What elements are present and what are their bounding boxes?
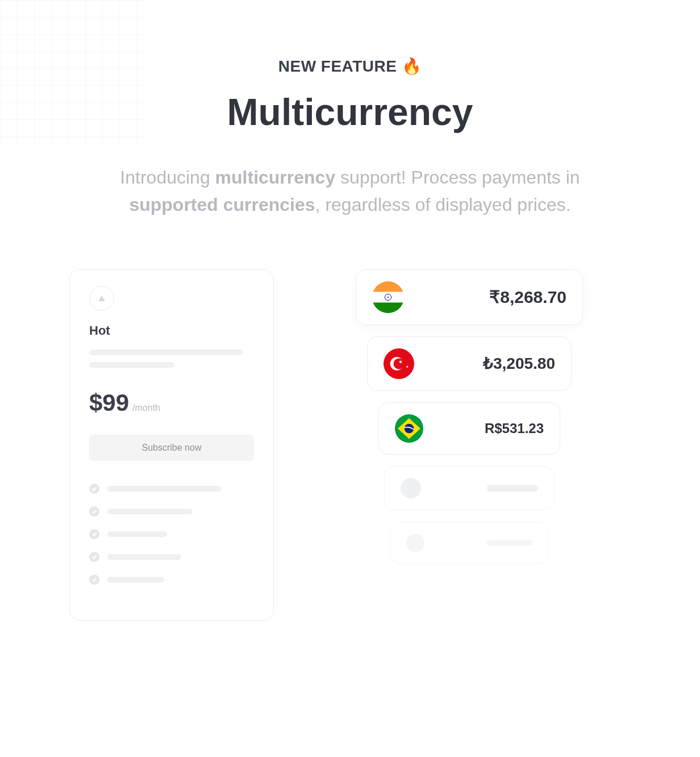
subtitle-bold: supported currencies [129, 194, 315, 215]
plan-description-skeleton [89, 362, 174, 368]
fire-icon: 🔥 [402, 57, 422, 75]
flag-placeholder-icon [401, 478, 421, 498]
feature-skeleton [107, 554, 181, 560]
content-row: Hot $99 /month Subscribe now [0, 218, 700, 621]
eyebrow-text: NEW FEATURE [278, 57, 397, 75]
hero-header: NEW FEATURE 🔥 Multicurrency Introducing … [0, 0, 700, 218]
triangle-icon [96, 293, 107, 304]
subtitle-part: support! Process payments in [335, 167, 580, 188]
feature-item [89, 552, 254, 562]
currency-list: ₹8,268.70 ₺3,205.80 [308, 269, 631, 564]
feature-skeleton [107, 531, 167, 537]
check-icon [89, 575, 99, 585]
check-icon [89, 484, 99, 494]
flag-india-icon [372, 281, 404, 313]
currency-card-turkey: ₺3,205.80 [367, 336, 572, 391]
plan-icon [89, 286, 114, 311]
currency-amount-skeleton [487, 540, 532, 546]
price-period: /month [132, 403, 160, 413]
subtitle-bold: multicurrency [215, 167, 336, 188]
currency-card-placeholder [390, 522, 549, 564]
feature-item [89, 484, 254, 494]
feature-item [89, 506, 254, 517]
currency-amount-skeleton [487, 485, 538, 492]
svg-rect-2 [372, 302, 404, 313]
plan-card: Hot $99 /month Subscribe now [69, 269, 274, 621]
svg-rect-0 [372, 281, 404, 292]
price-row: $99 /month [89, 389, 254, 417]
plan-name: Hot [89, 323, 254, 338]
flag-placeholder-icon [406, 534, 424, 552]
check-icon [89, 529, 99, 539]
feature-skeleton [107, 486, 221, 492]
feature-skeleton [107, 509, 193, 514]
feature-list [89, 484, 254, 585]
feature-skeleton [107, 577, 164, 583]
subtitle-part: Introducing [120, 167, 215, 188]
check-icon [89, 552, 99, 562]
page-title: Multicurrency [0, 91, 700, 133]
flag-turkey-icon [384, 348, 414, 379]
subtitle: Introducing multicurrency support! Proce… [94, 164, 606, 218]
currency-card-india: ₹8,268.70 [356, 269, 583, 325]
price-amount: $99 [89, 389, 129, 417]
currency-card-brazil: R$531.23 [378, 402, 560, 455]
plan-description-skeleton [89, 350, 243, 355]
currency-amount: ₹8,268.70 [489, 287, 566, 307]
check-icon [89, 506, 99, 517]
feature-item [89, 529, 254, 539]
eyebrow-label: NEW FEATURE 🔥 [0, 57, 700, 76]
subscribe-button[interactable]: Subscribe now [89, 435, 254, 461]
feature-item [89, 575, 254, 585]
currency-amount: ₺3,205.80 [483, 354, 555, 373]
svg-point-4 [388, 296, 389, 297]
currency-amount: R$531.23 [485, 421, 544, 436]
svg-point-7 [394, 358, 405, 369]
flag-brazil-icon [395, 414, 423, 443]
subtitle-part: , regardless of displayed prices. [315, 194, 571, 215]
currency-card-placeholder [384, 466, 555, 510]
